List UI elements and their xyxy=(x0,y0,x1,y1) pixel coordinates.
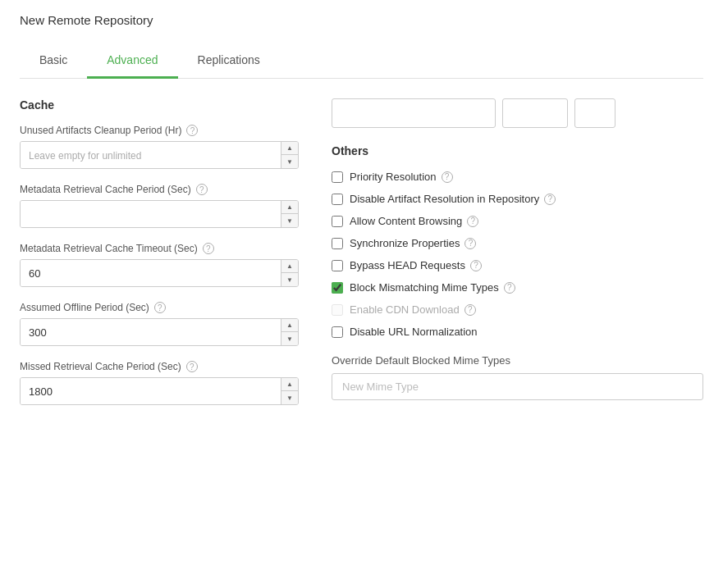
override-title: Override Default Blocked Mime Types xyxy=(332,354,703,367)
checkbox-bypass-head[interactable] xyxy=(332,260,343,271)
form-group-unused-artifacts: Unused Artifacts Cleanup Period (Hr) ? ▲… xyxy=(20,125,299,169)
top-right-inputs xyxy=(332,98,703,128)
page-container: New Remote Repository Basic Advanced Rep… xyxy=(0,0,723,588)
checkbox-group-cdn-download: Enable CDN Download ? xyxy=(332,303,703,316)
spinner-buttons-assumed-offline: ▲ ▼ xyxy=(281,319,298,345)
form-group-missed-retrieval: Missed Retrieval Cache Period (Sec) ? 18… xyxy=(20,361,299,405)
help-icon-missed-retrieval[interactable]: ? xyxy=(186,361,198,372)
form-group-assumed-offline: Assumed Offline Period (Sec) ? 300 ▲ ▼ xyxy=(20,302,299,346)
checkbox-group-sync-properties: Synchronize Properties ? xyxy=(332,237,703,249)
spinner-down-metadata-cache-period[interactable]: ▼ xyxy=(281,214,298,227)
checkbox-block-mime[interactable] xyxy=(332,282,343,294)
help-icon-metadata-cache-period[interactable]: ? xyxy=(196,184,208,195)
help-icon-metadata-cache-timeout[interactable]: ? xyxy=(203,243,214,254)
checkbox-cdn-download[interactable] xyxy=(332,304,343,316)
checkbox-group-bypass-head: Bypass HEAD Requests ? xyxy=(332,259,703,271)
checkbox-url-normalization[interactable] xyxy=(332,326,343,338)
help-icon-unused-artifacts[interactable]: ? xyxy=(186,125,198,136)
input-spinner-metadata-cache-period: ▲ ▼ xyxy=(20,200,299,228)
help-icon-assumed-offline[interactable]: ? xyxy=(154,302,166,313)
others-section-title: Others xyxy=(332,144,703,157)
label-allow-content: Allow Content Browsing ? xyxy=(350,215,478,227)
label-sync-properties: Synchronize Properties ? xyxy=(350,237,476,249)
input-spinner-missed-retrieval: 1800 ▲ ▼ xyxy=(20,377,299,405)
checkbox-group-priority-resolution: Priority Resolution ? xyxy=(332,171,703,183)
label-unused-artifacts: Unused Artifacts Cleanup Period (Hr) ? xyxy=(20,125,299,136)
content-area: Cache Unused Artifacts Cleanup Period (H… xyxy=(20,98,703,420)
checkbox-group-block-mime: Block Mismatching Mime Types ? xyxy=(332,281,703,294)
checkbox-group-allow-content: Allow Content Browsing ? xyxy=(332,215,703,227)
checkbox-priority-resolution[interactable] xyxy=(332,171,343,183)
help-icon-disable-artifact[interactable]: ? xyxy=(544,194,556,205)
tab-replications[interactable]: Replications xyxy=(178,43,280,79)
label-cdn-download: Enable CDN Download ? xyxy=(350,303,476,316)
spinner-up-missed-retrieval[interactable]: ▲ xyxy=(281,378,298,391)
input-metadata-cache-period[interactable] xyxy=(21,201,281,227)
left-panel: Cache Unused Artifacts Cleanup Period (H… xyxy=(20,98,299,420)
tab-advanced[interactable]: Advanced xyxy=(87,43,177,79)
help-icon-allow-content[interactable]: ? xyxy=(467,216,478,227)
spinner-down-metadata-cache-timeout[interactable]: ▼ xyxy=(281,273,298,286)
top-input-xsmall xyxy=(574,98,615,128)
checkbox-group-url-normalization: Disable URL Normalization xyxy=(332,326,703,338)
help-icon-bypass-head[interactable]: ? xyxy=(470,260,482,271)
spinner-buttons-metadata-cache-period: ▲ ▼ xyxy=(281,201,298,227)
page-title: New Remote Repository xyxy=(20,13,703,27)
label-url-normalization: Disable URL Normalization xyxy=(350,326,478,338)
label-bypass-head: Bypass HEAD Requests ? xyxy=(350,259,482,271)
tab-basic[interactable]: Basic xyxy=(20,43,87,79)
cache-section-title: Cache xyxy=(20,98,299,112)
top-input-small xyxy=(502,98,568,128)
label-metadata-cache-period: Metadata Retrieval Cache Period (Sec) ? xyxy=(20,184,299,195)
spinner-up-metadata-cache-period[interactable]: ▲ xyxy=(281,201,298,214)
checkbox-disable-artifact[interactable] xyxy=(332,194,343,205)
form-group-metadata-cache-period: Metadata Retrieval Cache Period (Sec) ? … xyxy=(20,184,299,228)
input-spinner-metadata-cache-timeout: 60 ▲ ▼ xyxy=(20,259,299,287)
spinner-buttons-metadata-cache-timeout: ▲ ▼ xyxy=(281,260,298,286)
spinner-up-assumed-offline[interactable]: ▲ xyxy=(281,319,298,332)
help-icon-sync-properties[interactable]: ? xyxy=(464,238,476,249)
spinner-up-metadata-cache-timeout[interactable]: ▲ xyxy=(281,260,298,273)
label-priority-resolution: Priority Resolution ? xyxy=(350,171,453,183)
label-assumed-offline: Assumed Offline Period (Sec) ? xyxy=(20,302,299,313)
spinner-up-unused-artifacts[interactable]: ▲ xyxy=(281,142,298,155)
tabs-bar: Basic Advanced Replications xyxy=(20,43,703,79)
label-block-mime: Block Mismatching Mime Types ? xyxy=(350,281,515,294)
input-spinner-unused-artifacts: ▲ ▼ xyxy=(20,141,299,169)
spinner-down-assumed-offline[interactable]: ▼ xyxy=(281,332,298,345)
help-icon-cdn-download[interactable]: ? xyxy=(464,304,476,316)
input-unused-artifacts[interactable] xyxy=(21,142,281,168)
label-missed-retrieval: Missed Retrieval Cache Period (Sec) ? xyxy=(20,361,299,372)
form-group-metadata-cache-timeout: Metadata Retrieval Cache Timeout (Sec) ?… xyxy=(20,243,299,287)
input-spinner-assumed-offline: 300 ▲ ▼ xyxy=(20,318,299,346)
spinner-down-unused-artifacts[interactable]: ▼ xyxy=(281,155,298,168)
override-section: Override Default Blocked Mime Types xyxy=(332,354,703,400)
label-disable-artifact: Disable Artifact Resolution in Repositor… xyxy=(350,193,556,205)
help-icon-block-mime[interactable]: ? xyxy=(504,282,515,294)
spinner-down-missed-retrieval[interactable]: ▼ xyxy=(281,391,298,404)
label-metadata-cache-timeout: Metadata Retrieval Cache Timeout (Sec) ? xyxy=(20,243,299,254)
checkbox-allow-content[interactable] xyxy=(332,216,343,227)
spinner-buttons-missed-retrieval: ▲ ▼ xyxy=(281,378,298,404)
input-assumed-offline[interactable]: 300 xyxy=(21,319,281,345)
checkbox-sync-properties[interactable] xyxy=(332,238,343,249)
input-missed-retrieval[interactable]: 1800 xyxy=(21,378,281,404)
others-section: Others Priority Resolution ? Disable Art… xyxy=(332,144,703,400)
right-panel: Others Priority Resolution ? Disable Art… xyxy=(332,98,703,420)
spinner-buttons-unused-artifacts: ▲ ▼ xyxy=(281,142,298,168)
help-icon-priority-resolution[interactable]: ? xyxy=(442,171,453,183)
mime-type-input[interactable] xyxy=(332,373,703,400)
checkbox-group-disable-artifact: Disable Artifact Resolution in Repositor… xyxy=(332,193,703,205)
top-input-wide xyxy=(332,98,496,128)
input-metadata-cache-timeout[interactable]: 60 xyxy=(21,260,281,286)
